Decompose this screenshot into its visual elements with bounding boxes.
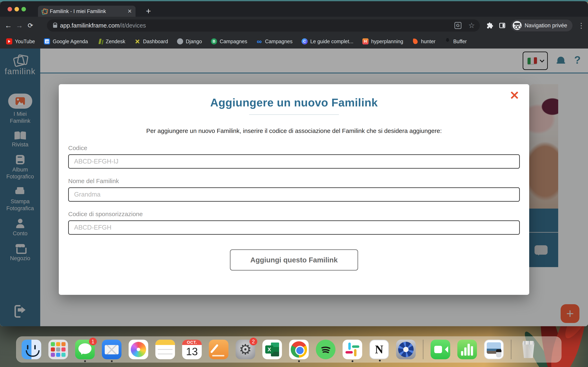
photos-icon[interactable] — [129, 340, 148, 359]
notion-icon[interactable]: N — [369, 340, 389, 359]
calendar-icon[interactable]: OCT.13 — [182, 340, 202, 359]
add-familink-modal: ✕ Aggiungere un nuovo Familink Per aggiu… — [59, 84, 529, 295]
pages-icon[interactable] — [209, 340, 228, 359]
translate-icon[interactable]: G — [454, 22, 461, 29]
codice-input[interactable] — [68, 154, 520, 169]
sponsor-label: Codice di sponsorizzazione — [68, 211, 520, 217]
incognito-label: Navigation privée — [525, 22, 567, 29]
zendesk-icon — [97, 38, 103, 44]
browser-menu-icon[interactable]: ⋮ — [578, 21, 585, 30]
fan-control-icon[interactable] — [396, 340, 416, 359]
modal-description: Per aggiungere un nuovo Familink, inseri… — [59, 127, 529, 134]
bookmark-le-guide[interactable]: CLe guide complet... — [302, 38, 354, 44]
bookmark-hyperplanning[interactable]: Hhyperplanning — [362, 38, 403, 44]
notes-icon[interactable] — [155, 340, 175, 359]
forward-button[interactable]: → — [14, 20, 25, 31]
photo-utility-icon[interactable] — [484, 340, 504, 359]
incognito-icon — [513, 21, 522, 30]
zoom-window-button[interactable] — [21, 7, 26, 11]
bookmark-campagnes-b[interactable]: BCampagnes — [211, 38, 247, 44]
running-indicator — [298, 360, 300, 362]
bookmark-hunter[interactable]: hunter — [412, 38, 435, 44]
trash-icon[interactable] — [519, 340, 538, 359]
c-circle-icon: C — [302, 38, 308, 44]
close-window-button[interactable] — [8, 7, 12, 11]
numbers-icon[interactable] — [457, 340, 477, 359]
browser-window: Familink - I miei Familink ✕ + ← → ⟳ app… — [0, 1, 588, 326]
back-button[interactable]: ← — [3, 20, 14, 31]
dock-divider — [511, 340, 511, 359]
running-indicator — [379, 360, 381, 361]
running-indicator — [352, 360, 354, 362]
reload-button[interactable]: ⟳ — [25, 20, 36, 31]
excel-icon[interactable] — [262, 340, 282, 359]
calendar-icon: 10 — [44, 38, 50, 44]
mail-icon[interactable] — [102, 340, 121, 359]
lock-icon — [53, 25, 57, 28]
tab-close-icon[interactable]: ✕ — [127, 8, 132, 14]
settings-badge: 2 — [250, 338, 257, 345]
familink-favicon — [42, 8, 47, 14]
dock-divider — [423, 340, 424, 359]
bookmark-youtube[interactable]: YouTube — [6, 38, 35, 44]
meta-icon: ∞ — [256, 38, 262, 44]
buffer-icon — [444, 38, 450, 44]
modal-title: Aggiungere un nuovo Familink — [59, 96, 529, 109]
browser-toolbar: ← → ⟳ app.familinkframe.com/it/devices G… — [0, 17, 588, 34]
tab-strip: Familink - I miei Familink ✕ + — [0, 1, 588, 17]
system-settings-icon[interactable]: 2⚙ — [236, 340, 255, 359]
django-icon — [177, 38, 183, 44]
bookmark-django[interactable]: Django — [177, 38, 202, 44]
b-circle-icon: B — [211, 38, 217, 44]
sponsor-input[interactable] — [68, 220, 520, 235]
bookmark-google-agenda[interactable]: 10Google Agenda — [44, 38, 88, 44]
incognito-badge[interactable]: Navigation privée — [511, 20, 572, 31]
extensions-icon[interactable] — [486, 22, 493, 29]
familink-app: familink I MieiFamilink Rivista AlbumFot… — [0, 49, 588, 326]
browser-tab[interactable]: Familink - I miei Familink ✕ — [38, 6, 136, 17]
url-host: app.familinkframe.com — [60, 22, 120, 29]
bookmark-star-icon[interactable]: ☆ — [468, 21, 475, 30]
messages-icon[interactable]: 1 — [75, 340, 95, 359]
fox-icon — [412, 38, 418, 44]
macos-dock: 1 OCT.13 2⚙ N — [16, 336, 562, 363]
bookmarks-bar: YouTube 10Google Agenda Zendesk ✕Dashboa… — [0, 34, 588, 49]
finder-icon[interactable] — [22, 340, 41, 359]
bookmark-buffer[interactable]: Buffer — [444, 38, 467, 44]
facetime-icon[interactable] — [431, 340, 450, 359]
codice-label: Codice — [68, 145, 520, 151]
submit-button[interactable]: Aggiungi questo Familink — [230, 249, 358, 271]
messages-badge: 1 — [89, 338, 97, 345]
h-icon: H — [362, 38, 369, 44]
window-controls — [8, 7, 26, 11]
dashboard-icon: ✕ — [134, 38, 140, 44]
nome-label: Nome del Familink — [68, 178, 520, 184]
chrome-icon[interactable] — [289, 340, 309, 359]
running-indicator — [111, 360, 113, 362]
nome-input[interactable] — [68, 187, 520, 202]
tab-title: Familink - I miei Familink — [50, 8, 125, 14]
youtube-icon — [6, 38, 12, 44]
slack-icon[interactable] — [343, 340, 362, 359]
url-path: /it/devices — [120, 22, 146, 29]
title-divider — [249, 114, 339, 115]
spotify-icon[interactable] — [316, 340, 336, 359]
address-bar[interactable]: app.familinkframe.com/it/devices G ☆ — [47, 19, 480, 32]
bookmark-campagnes-meta[interactable]: ∞Campagnes — [256, 38, 293, 44]
modal-close-icon[interactable]: ✕ — [509, 90, 519, 101]
side-panel-icon[interactable] — [499, 22, 506, 29]
minimize-window-button[interactable] — [15, 7, 19, 11]
running-indicator — [84, 360, 86, 362]
bookmark-zendesk[interactable]: Zendesk — [97, 38, 125, 44]
bookmark-dashboard[interactable]: ✕Dashboard — [134, 38, 168, 44]
new-tab-button[interactable]: + — [143, 6, 154, 17]
launchpad-icon[interactable] — [48, 340, 68, 359]
